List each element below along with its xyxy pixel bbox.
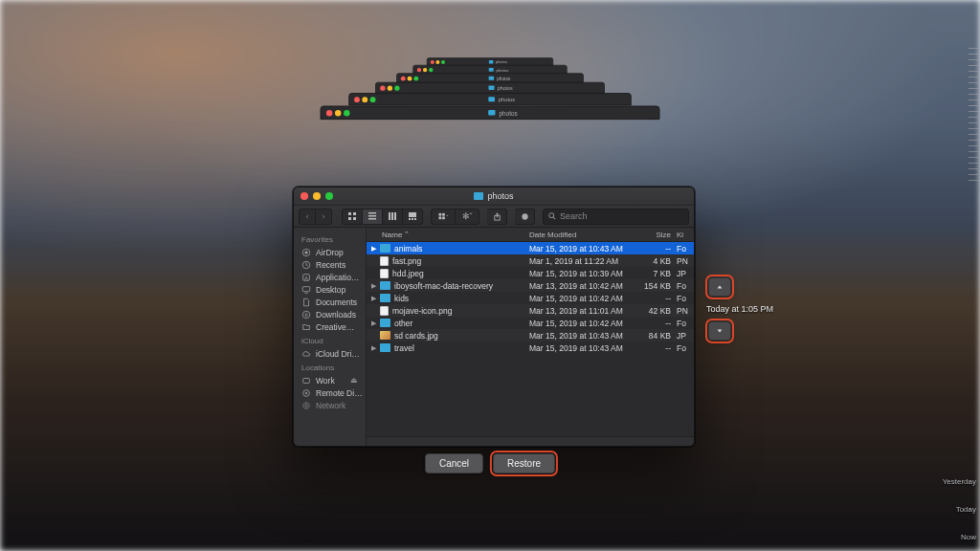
file-kind: PN xyxy=(677,306,694,316)
restore-button[interactable]: Restore xyxy=(493,453,555,474)
timeline-now[interactable]: Now xyxy=(961,533,976,541)
globe-icon xyxy=(301,401,311,410)
file-row[interactable]: ▶animalsMar 15, 2019 at 10:43 AM--Fo xyxy=(367,242,694,254)
disclosure-triangle-icon[interactable]: ▶ xyxy=(367,282,380,290)
svg-rect-17 xyxy=(442,216,445,219)
svg-rect-6 xyxy=(368,218,376,220)
file-name: iboysoft-mac-data-recovery xyxy=(394,281,529,291)
time-nav-up-button[interactable] xyxy=(708,277,731,297)
disclosure-triangle-icon[interactable]: ▶ xyxy=(367,295,380,302)
column-kind[interactable]: Ki xyxy=(677,231,694,239)
sidebar-item-creative[interactable]: Creative… xyxy=(294,320,366,333)
window-titlebar[interactable]: photos xyxy=(294,187,694,206)
svg-line-22 xyxy=(553,217,555,219)
svg-point-20 xyxy=(522,213,527,219)
file-kind: Fo xyxy=(677,343,694,353)
time-nav-down-button[interactable] xyxy=(708,321,731,341)
file-size: 42 KB xyxy=(635,306,677,316)
minimize-icon[interactable] xyxy=(313,192,321,200)
timeline-today[interactable]: Today xyxy=(956,505,976,514)
column-headers[interactable]: Name⌃ Date Modified Size Ki xyxy=(367,228,694,242)
search-input[interactable]: Search xyxy=(543,209,689,225)
sidebar-item-airdrop[interactable]: AirDrop xyxy=(294,246,366,258)
sidebar-item-network[interactable]: Network xyxy=(294,399,366,411)
disclosure-triangle-icon[interactable]: ▶ xyxy=(367,320,380,327)
file-kind: Fo xyxy=(677,294,694,303)
cancel-button[interactable]: Cancel xyxy=(425,453,483,474)
sidebar-section-header: iCloud xyxy=(294,333,366,347)
file-row[interactable]: ▶kidsMar 15, 2019 at 10:42 AM--Fo xyxy=(367,292,694,304)
file-row[interactable]: ▶otherMar 15, 2019 at 10:42 AM--Fo xyxy=(367,317,694,329)
column-size[interactable]: Size xyxy=(635,231,677,239)
svg-rect-11 xyxy=(409,218,411,220)
file-size: 154 KB xyxy=(635,281,677,291)
folder-icon xyxy=(380,343,390,352)
svg-point-21 xyxy=(549,213,554,218)
file-row[interactable]: sd cards.jpgMar 15, 2019 at 10:43 AM84 K… xyxy=(367,329,694,342)
column-name[interactable]: Name⌃ xyxy=(380,231,529,239)
file-kind: JP xyxy=(677,269,694,278)
icon-view-button[interactable] xyxy=(342,209,363,225)
sidebar-item-applications[interactable]: AApplicatio… xyxy=(294,271,366,283)
file-kind: Fo xyxy=(677,244,694,253)
sidebar-item-remote[interactable]: Remote Di… xyxy=(294,386,366,399)
list-view-button[interactable] xyxy=(363,209,383,225)
file-name: fast.png xyxy=(392,256,529,266)
arrange-button[interactable]: ˇ xyxy=(431,209,456,225)
action-button-bar: Cancel Restore xyxy=(425,453,555,474)
documents-icon xyxy=(301,298,311,307)
airdrop-icon xyxy=(301,248,311,257)
share-button[interactable] xyxy=(487,209,507,225)
sidebar-item-recents[interactable]: Recents xyxy=(294,258,366,271)
horizontal-scrollbar[interactable] xyxy=(367,436,694,446)
eject-icon[interactable]: ⏏ xyxy=(350,376,358,385)
svg-rect-0 xyxy=(348,212,351,215)
file-row[interactable]: ▶iboysoft-mac-data-recoveryMar 13, 2019 … xyxy=(367,279,694,292)
file-kind: Fo xyxy=(677,281,694,291)
svg-text:ˇ: ˇ xyxy=(447,214,449,220)
file-row[interactable]: ▶travelMar 15, 2019 at 10:43 AM--Fo xyxy=(367,342,694,354)
clock-icon xyxy=(301,260,311,270)
column-view-button[interactable] xyxy=(383,209,403,225)
applications-icon: A xyxy=(301,273,311,282)
sidebar-item-documents[interactable]: Documents xyxy=(294,296,366,308)
search-placeholder: Search xyxy=(560,211,588,221)
timeline-ruler[interactable]: Yesterday Today Now xyxy=(930,38,978,545)
svg-rect-12 xyxy=(412,218,413,220)
file-icon xyxy=(380,269,389,278)
time-nav-controls: Today at 1:05 PM xyxy=(708,277,773,341)
svg-rect-1 xyxy=(353,212,356,215)
sidebar-item-desktop[interactable]: Desktop xyxy=(294,283,366,296)
finder-toolbar: ‹ › ˇ ✻ˇ Search xyxy=(294,206,694,228)
svg-rect-4 xyxy=(368,212,376,214)
maximize-icon[interactable] xyxy=(325,192,333,200)
file-date: Mar 15, 2019 at 10:42 AM xyxy=(529,294,635,303)
timeline-yesterday[interactable]: Yesterday xyxy=(943,477,976,486)
folder-icon xyxy=(380,319,390,327)
file-kind: Fo xyxy=(677,319,694,328)
svg-rect-2 xyxy=(348,217,351,220)
file-size: -- xyxy=(635,343,677,353)
file-row[interactable]: hdd.jpegMar 15, 2019 at 10:39 AM7 KBJP xyxy=(367,267,694,279)
file-rows[interactable]: ▶animalsMar 15, 2019 at 10:43 AM--Fofast… xyxy=(367,242,694,436)
sidebar-item-work[interactable]: Work⏏ xyxy=(294,374,366,386)
disclosure-triangle-icon[interactable]: ▶ xyxy=(367,344,380,352)
file-date: Mar 15, 2019 at 10:39 AM xyxy=(529,269,635,278)
file-row[interactable]: mojave-icon.pngMar 13, 2019 at 11:01 AM4… xyxy=(367,304,694,317)
sidebar-item-icloud[interactable]: iCloud Dri… xyxy=(294,347,366,360)
svg-rect-15 xyxy=(442,212,445,215)
gallery-view-button[interactable] xyxy=(403,209,423,225)
action-gear-button[interactable]: ✻ˇ xyxy=(456,209,479,225)
svg-rect-14 xyxy=(439,212,442,215)
back-button[interactable]: ‹ xyxy=(299,209,316,225)
close-icon[interactable] xyxy=(301,192,308,200)
sidebar-section-header: Locations xyxy=(294,360,366,374)
downloads-icon xyxy=(301,310,311,320)
sidebar-item-downloads[interactable]: Downloads xyxy=(294,308,366,320)
column-date[interactable]: Date Modified xyxy=(529,231,635,239)
file-row[interactable]: fast.pngMar 1, 2019 at 11:22 AM4 KBPN xyxy=(367,254,694,267)
disclosure-triangle-icon[interactable]: ▶ xyxy=(367,245,380,253)
tags-button[interactable] xyxy=(515,209,535,225)
svg-rect-9 xyxy=(394,212,396,220)
forward-button[interactable]: › xyxy=(316,209,332,225)
